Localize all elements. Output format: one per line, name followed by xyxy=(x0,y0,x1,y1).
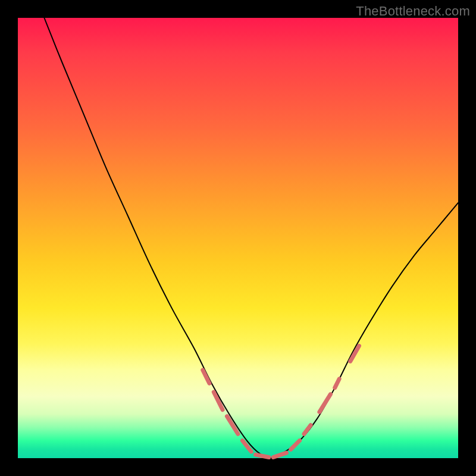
curve-layer xyxy=(18,18,458,458)
watermark-text: TheBottleneck.com xyxy=(356,4,470,19)
highlight-dash xyxy=(242,440,251,452)
highlight-dash xyxy=(335,379,339,388)
highlight-dashes xyxy=(203,346,359,457)
highlight-dash xyxy=(291,440,300,449)
highlight-dash xyxy=(304,425,311,434)
highlight-dash xyxy=(256,455,269,457)
plot-area xyxy=(18,18,458,458)
highlight-dash xyxy=(203,370,209,383)
chart-frame: TheBottleneck.com xyxy=(0,0,476,476)
highlight-dash xyxy=(273,453,286,457)
highlight-dash xyxy=(320,394,331,412)
bottleneck-curve xyxy=(44,18,458,458)
